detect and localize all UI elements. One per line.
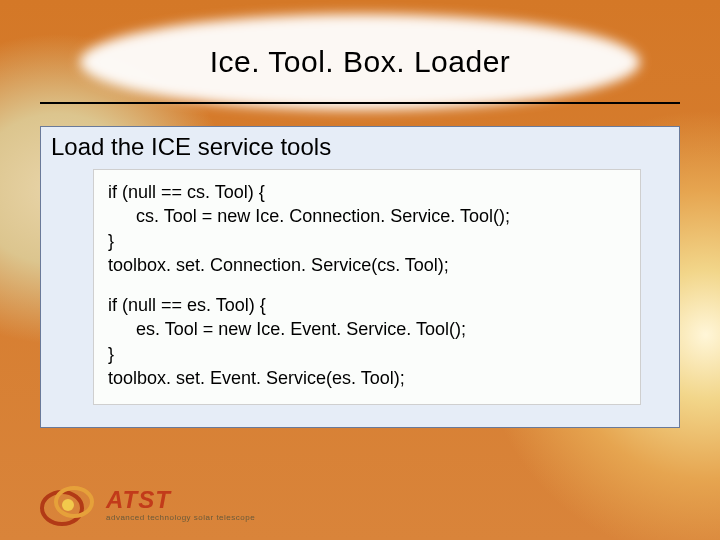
logo-text: ATST advanced technology solar telescope [106,488,255,522]
code-line: toolbox. set. Connection. Service(cs. To… [108,253,626,277]
code-card: if (null == cs. Tool) { cs. Tool = new I… [93,169,641,405]
title-underline [40,102,680,104]
code-line: if (null == cs. Tool) { [108,180,626,204]
svg-point-1 [56,488,92,516]
code-line: } [108,229,626,253]
code-line: es. Tool = new Ice. Event. Service. Tool… [108,317,626,341]
title-band: Ice. Tool. Box. Loader [0,14,720,110]
code-line: toolbox. set. Event. Service(es. Tool); [108,366,626,390]
panel-heading: Load the ICE service tools [51,133,669,161]
slide-title: Ice. Tool. Box. Loader [210,45,511,79]
code-line: if (null == es. Tool) { [108,293,626,317]
svg-point-2 [62,499,74,511]
content-panel: Load the ICE service tools if (null == c… [40,126,680,428]
logo-main-text: ATST [106,488,255,512]
atst-logo-icon [40,484,96,526]
svg-point-0 [42,492,82,524]
code-block-2: if (null == es. Tool) { es. Tool = new I… [108,293,626,390]
code-block-1: if (null == cs. Tool) { cs. Tool = new I… [108,180,626,277]
code-line: } [108,342,626,366]
logo-area: ATST advanced technology solar telescope [40,484,255,526]
logo-sub-text: advanced technology solar telescope [106,514,255,522]
code-line: cs. Tool = new Ice. Connection. Service.… [108,204,626,228]
